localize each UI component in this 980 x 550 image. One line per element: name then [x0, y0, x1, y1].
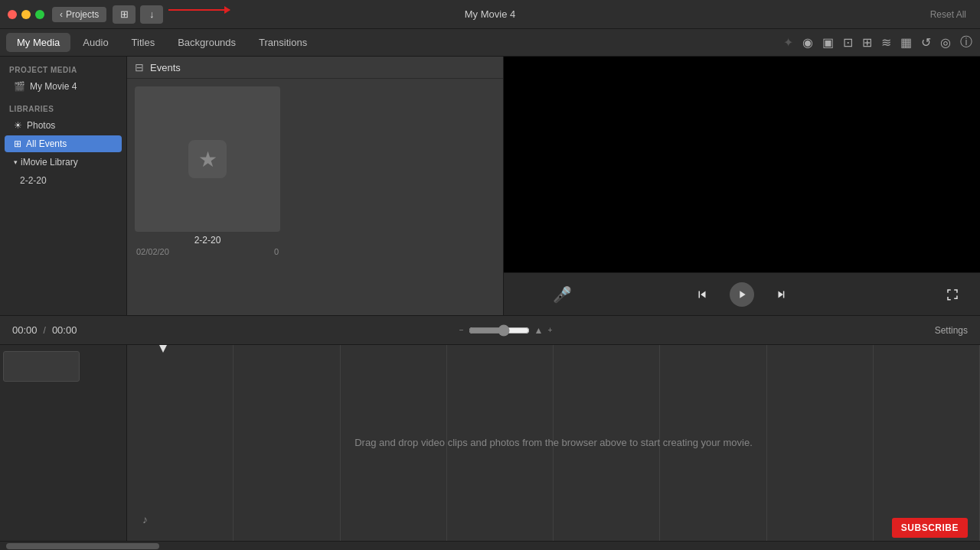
- preview-screen: [504, 57, 980, 272]
- browser-header: ⊟ Events: [127, 57, 503, 79]
- view-toggle-icon: ⊞: [120, 8, 129, 20]
- sidebar-item-all-events[interactable]: ⊞ All Events: [5, 135, 122, 152]
- settings-button[interactable]: Settings: [935, 325, 968, 336]
- event-card[interactable]: ★ 2-2-20 02/02/20 0: [135, 86, 280, 256]
- scrollbar[interactable]: [0, 541, 980, 550]
- event-count: 0: [274, 247, 279, 256]
- fullscreen-button[interactable]: [940, 282, 965, 307]
- camera-icon[interactable]: ⊞: [861, 34, 874, 51]
- color-wheel-icon[interactable]: ◉: [801, 34, 815, 51]
- tab-backgrounds[interactable]: Backgrounds: [167, 33, 247, 52]
- sidebar-item-event-date[interactable]: 2-2-20: [5, 172, 122, 189]
- timeline-panel: 00:00 / 00:00 − ▲ + Settings: [0, 315, 980, 541]
- grid-view-icon[interactable]: ⊟: [135, 61, 144, 73]
- timeline-drag-hint: Drag and drop video clips and photos fro…: [212, 436, 894, 450]
- zoom-slider[interactable]: [469, 324, 530, 337]
- subscribe-button[interactable]: SUBSCRIBE: [892, 518, 968, 538]
- chart-icon[interactable]: ▦: [899, 34, 913, 51]
- play-button[interactable]: [730, 282, 754, 307]
- close-button[interactable]: [8, 10, 17, 19]
- timeline-header: 00:00 / 00:00 − ▲ + Settings: [0, 316, 980, 345]
- star-icon: ★: [198, 147, 217, 172]
- sidebar-all-events-label: All Events: [26, 138, 67, 149]
- audio-note-icon: ♪: [142, 513, 148, 526]
- tab-my-media[interactable]: My Media: [6, 33, 70, 52]
- titlebar: ‹ Projects ⊞ ↓ My Movie 4 Reset All: [0, 0, 980, 29]
- event-date: 02/02/20: [136, 247, 169, 256]
- event-thumbnail: ★: [135, 86, 280, 232]
- minimize-button[interactable]: [21, 10, 31, 19]
- chevron-down-icon: ▾: [14, 158, 18, 166]
- zoom-controls: − ▲ +: [459, 324, 553, 337]
- time-separator: /: [44, 325, 46, 336]
- reset-all-button[interactable]: Reset All: [924, 7, 972, 22]
- all-events-icon: ⊞: [14, 138, 21, 149]
- titlebar-right: Reset All: [924, 7, 972, 22]
- scrollbar-thumb[interactable]: [6, 543, 159, 549]
- movie-icon: 🎬: [14, 81, 25, 92]
- zoom-minus-icon: −: [459, 326, 464, 334]
- film-frame-icon[interactable]: ▣: [821, 34, 835, 51]
- browser-panel: ⊟ Events ★ 2-2-20 02/02/20 0: [127, 57, 504, 315]
- timeline-left-panel: [0, 345, 127, 541]
- zoom-plus-icon: +: [547, 326, 552, 334]
- traffic-lights: [8, 10, 44, 19]
- sidebar-event-date-label: 2-2-20: [20, 175, 47, 186]
- toolbar-right-icons: ✦ ◉ ▣ ⊡ ⊞ ≋ ▦ ↺ ◎ ⓘ: [782, 33, 974, 52]
- photos-icon: ☀: [14, 120, 22, 131]
- back-chevron-icon: ‹: [60, 9, 63, 20]
- tab-transitions[interactable]: Transitions: [248, 33, 318, 52]
- skip-forward-button[interactable]: [769, 282, 794, 307]
- event-name: 2-2-20: [135, 235, 280, 246]
- clip-placeholder: [3, 351, 80, 382]
- download-icon: ↓: [149, 8, 155, 20]
- maximize-button[interactable]: [35, 10, 44, 19]
- zoom-triangle-icon: ▲: [534, 325, 544, 336]
- titlebar-actions: ⊞ ↓: [113, 5, 163, 24]
- libraries-label: Libraries: [0, 102, 126, 116]
- sidebar-photos-label: Photos: [27, 120, 55, 131]
- event-meta: 02/02/20 0: [135, 247, 280, 256]
- crop-icon[interactable]: ⊡: [841, 34, 854, 51]
- browser-title: Events: [150, 62, 181, 73]
- tab-titles[interactable]: Titles: [121, 33, 166, 52]
- back-button[interactable]: ‹ Projects: [52, 7, 106, 22]
- sidebar-my-movie-label: My Movie 4: [30, 81, 77, 92]
- current-time: 00:00: [12, 324, 38, 336]
- sidebar-item-photos[interactable]: ☀ Photos: [5, 117, 122, 134]
- magic-wand-icon[interactable]: ✦: [782, 34, 795, 51]
- scrollbar-track: [0, 542, 980, 550]
- sidebar-imovie-label: iMovie Library: [21, 157, 78, 168]
- timeline-body: Drag and drop video clips and photos fro…: [0, 345, 980, 541]
- info-icon[interactable]: ⓘ: [959, 33, 974, 52]
- content-area: Project Media 🎬 My Movie 4 Libraries ☀ P…: [0, 57, 980, 315]
- total-time: 00:00: [52, 324, 77, 336]
- preview-panel: 🎤: [504, 57, 980, 315]
- event-placeholder-icon: ★: [188, 140, 227, 178]
- view-toggle-button[interactable]: ⊞: [113, 5, 136, 24]
- annotation-arrow: [168, 9, 230, 11]
- clock-arrow-icon[interactable]: ↺: [920, 34, 933, 51]
- browser-content: ★ 2-2-20 02/02/20 0: [127, 79, 503, 315]
- sidebar: Project Media 🎬 My Movie 4 Libraries ☀ P…: [0, 57, 127, 315]
- project-media-label: Project Media: [0, 63, 126, 77]
- timeline-main: Drag and drop video clips and photos fro…: [127, 345, 980, 541]
- media-tabs-toolbar: My Media Audio Titles Backgrounds Transi…: [0, 29, 980, 57]
- download-button[interactable]: ↓: [140, 5, 163, 24]
- sidebar-imovie-library[interactable]: ▾ iMovie Library: [5, 154, 122, 171]
- globe-icon[interactable]: ◎: [939, 34, 952, 51]
- preview-controls: 🎤: [504, 272, 980, 315]
- back-label: Projects: [66, 9, 99, 20]
- mic-button[interactable]: 🎤: [550, 282, 574, 307]
- window-title: My Movie 4: [465, 8, 515, 20]
- sidebar-item-my-movie[interactable]: 🎬 My Movie 4: [5, 78, 122, 95]
- tab-audio[interactable]: Audio: [72, 33, 119, 52]
- audio-wave-icon[interactable]: ≋: [880, 34, 893, 51]
- skip-back-button[interactable]: [690, 282, 714, 307]
- app: ‹ Projects ⊞ ↓ My Movie 4 Reset All My M…: [0, 0, 980, 550]
